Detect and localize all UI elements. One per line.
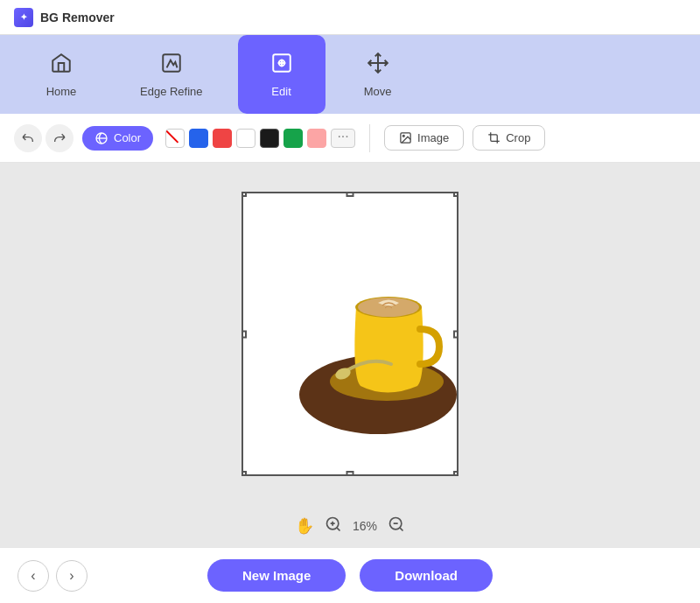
prev-icon: ‹: [31, 568, 35, 584]
nav-item-edge-refine[interactable]: Edge Refine: [114, 35, 229, 114]
swatch-black[interactable]: [260, 129, 279, 148]
crop-button[interactable]: Crop: [472, 125, 545, 151]
nav-edit-label: Edit: [271, 85, 290, 98]
handle-bottom-right[interactable]: [453, 471, 458, 476]
coffee-image: [290, 202, 458, 447]
swatch-blue[interactable]: [189, 129, 208, 148]
swatch-white[interactable]: [236, 129, 256, 148]
prev-button[interactable]: ‹: [18, 560, 49, 592]
handle-bottom-left[interactable]: [242, 471, 247, 476]
download-button[interactable]: Download: [360, 559, 493, 592]
zoom-out-icon[interactable]: [388, 515, 405, 537]
undo-redo-group: [14, 124, 74, 152]
title-bar: ✦ BG Remover: [0, 0, 700, 35]
nav-home-label: Home: [46, 85, 77, 98]
next-icon: ›: [69, 568, 74, 584]
swatch-none[interactable]: [165, 129, 185, 148]
swatch-pink[interactable]: [307, 129, 326, 148]
color-swatches: ···: [165, 129, 355, 148]
nav-move-label: Move: [364, 85, 392, 98]
zoom-in-icon[interactable]: [325, 515, 342, 537]
home-icon: [50, 52, 73, 80]
toolbar: Color ··· Image Crop: [0, 114, 700, 163]
app-logo: ✦: [14, 8, 33, 27]
color-label: Color: [114, 131, 141, 144]
swatch-green[interactable]: [284, 129, 303, 148]
crop-label: Crop: [506, 131, 530, 144]
handle-top-left[interactable]: [242, 192, 247, 197]
image-canvas-wrapper[interactable]: [242, 192, 458, 476]
more-colors-button[interactable]: ···: [331, 129, 355, 148]
nav-bar: Home Edge Refine Edit Move: [0, 35, 700, 114]
color-button[interactable]: Color: [82, 126, 153, 151]
nav-item-edit[interactable]: Edit: [238, 35, 326, 114]
nav-item-move[interactable]: Move: [334, 35, 422, 114]
canvas-area: [0, 163, 700, 505]
image-button[interactable]: Image: [384, 125, 464, 151]
nav-item-home[interactable]: Home: [18, 35, 105, 114]
redo-button[interactable]: [46, 124, 74, 152]
nav-edge-label: Edge Refine: [140, 85, 203, 98]
svg-point-5: [402, 135, 404, 137]
undo-button[interactable]: [14, 124, 42, 152]
zoom-level: 16%: [353, 519, 377, 533]
bottom-bar: ‹ › New Image Download: [0, 547, 700, 603]
next-button[interactable]: ›: [56, 560, 88, 592]
swatch-red[interactable]: [213, 129, 232, 148]
image-label: Image: [417, 131, 449, 144]
toolbar-divider: [369, 124, 370, 152]
handle-top-right[interactable]: [453, 192, 458, 197]
app-title: BG Remover: [40, 11, 115, 25]
edge-refine-icon: [160, 52, 183, 80]
handle-top-center[interactable]: [346, 192, 354, 197]
edit-icon: [270, 52, 293, 80]
new-image-button[interactable]: New Image: [207, 559, 346, 592]
grab-icon[interactable]: ✋: [295, 516, 314, 536]
crop-box[interactable]: [242, 192, 458, 476]
handle-mid-left[interactable]: [242, 330, 247, 338]
move-icon: [367, 52, 389, 80]
handle-bottom-center[interactable]: [346, 471, 354, 476]
zoom-bar: ✋ 16%: [0, 505, 700, 547]
